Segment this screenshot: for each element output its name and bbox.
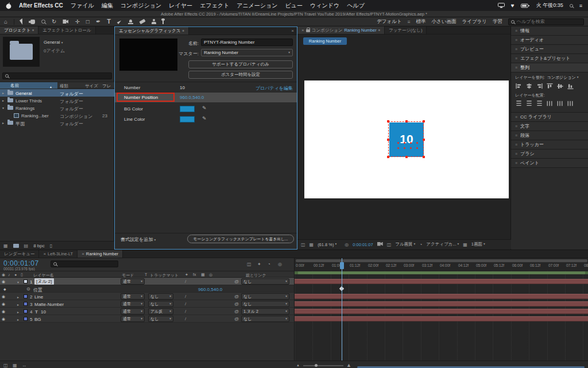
- layer-duration-bar[interactable]: [295, 316, 588, 321]
- panel-info[interactable]: ≡ 情報: [511, 26, 588, 36]
- visibility-toggle[interactable]: ◉: [2, 317, 5, 321]
- align-horizontal-center-icon[interactable]: [525, 83, 533, 90]
- show-channel-icon[interactable]: ▦: [310, 242, 314, 247]
- layer-name[interactable]: Matte-Number: [34, 302, 64, 307]
- quality-toggle[interactable]: /: [185, 309, 186, 314]
- display-icon[interactable]: [498, 3, 505, 8]
- comp-canvas[interactable]: 10: [304, 80, 509, 198]
- set-poster-time-button[interactable]: ポスター時間を設定: [188, 71, 293, 79]
- pen-tool-icon[interactable]: ✒: [96, 19, 100, 25]
- tab-essential-graphics[interactable]: エッセンシャルグラフィックス ≡: [115, 27, 189, 34]
- brush-tool-icon[interactable]: [117, 21, 122, 23]
- parent-pickwhip-icon[interactable]: @: [234, 309, 239, 314]
- column-size[interactable]: サイズ: [85, 83, 98, 89]
- quality-toggle[interactable]: /: [185, 279, 186, 284]
- layer-row-5[interactable]: ◉ ▸ 5 BG 通常▾ なし▾ / @ なし▾: [0, 315, 294, 323]
- bg-color-swatch[interactable]: [180, 106, 195, 112]
- notification-center-icon[interactable]: ≡: [579, 3, 582, 9]
- menu-window[interactable]: ウィンドウ: [310, 2, 339, 10]
- timeline-zoom-slider[interactable]: [303, 365, 343, 366]
- trash-icon[interactable]: ▯: [50, 243, 52, 248]
- panel-paragraph[interactable]: ≡ 段落: [511, 131, 588, 140]
- mask-visibility-icon[interactable]: ◎: [345, 242, 349, 247]
- quality-toggle[interactable]: /: [185, 294, 186, 299]
- blend-mode-dropdown[interactable]: 通常▾: [121, 301, 145, 307]
- track-matte-dropdown[interactable]: なし▾: [148, 316, 173, 322]
- item-name[interactable]: 平面: [16, 121, 25, 127]
- track-matte-dropdown[interactable]: なし▾: [148, 301, 173, 307]
- workspace-library[interactable]: ライブラリ: [462, 18, 488, 25]
- workspace-standard[interactable]: 標準: [416, 18, 426, 25]
- master-comp-dropdown[interactable]: Ranking Number▾: [201, 49, 293, 56]
- align-left-icon[interactable]: [515, 83, 523, 90]
- project-search-input[interactable]: [11, 74, 109, 79]
- property-row-line-color[interactable]: Line Color ✎: [115, 114, 297, 124]
- selection-handle[interactable]: [405, 120, 408, 122]
- eraser-tool-icon[interactable]: [140, 20, 145, 23]
- expand-layer-switches-icon[interactable]: ◫: [3, 363, 8, 368]
- zoom-tool-icon[interactable]: [41, 20, 45, 24]
- help-search[interactable]: [508, 18, 584, 25]
- column-type[interactable]: 種類: [60, 83, 68, 89]
- menu-help[interactable]: ヘルプ: [347, 2, 365, 10]
- project-row-rankings[interactable]: ▾ Rankings フォルダー: [0, 104, 114, 112]
- current-time-indicator[interactable]: [342, 258, 342, 361]
- clone-stamp-tool-icon[interactable]: [128, 20, 133, 24]
- parent-pickwhip-icon[interactable]: @: [234, 301, 239, 306]
- distribute-left-icon[interactable]: [546, 100, 554, 107]
- tab-composition[interactable]: × コンポジション Ranking Number ≡: [297, 26, 385, 34]
- twirl-icon[interactable]: ▸: [2, 121, 4, 125]
- menu-effect[interactable]: エフェクト: [200, 2, 229, 10]
- layer-row-3[interactable]: ◉ ▸ 3 Matte-Number 通常▾ なし▾ / @ なし▾: [0, 300, 294, 308]
- menu-app-name[interactable]: After Effects CC: [19, 2, 63, 9]
- motion-blur-icon[interactable]: ◎: [278, 262, 282, 267]
- new-folder-icon[interactable]: [13, 244, 19, 248]
- comp-breadcrumb[interactable]: Ranking Number: [303, 37, 347, 45]
- parent-dropdown[interactable]: 1.ヌル 2▾: [241, 308, 289, 315]
- layer-name[interactable]: 10: [41, 309, 46, 315]
- tab-comp-ranking-number[interactable]: × Ranking Number: [78, 250, 123, 258]
- workspace-learn[interactable]: 学習: [493, 18, 502, 25]
- tab-comp-left-3line[interactable]: × Left-3Line-LT: [39, 250, 78, 258]
- spotlight-icon[interactable]: [570, 4, 573, 7]
- path-point[interactable]: [416, 147, 418, 149]
- twirl-icon[interactable]: ▸: [17, 317, 19, 321]
- view-layout-dropdown[interactable]: 1画面▾: [471, 241, 485, 247]
- cti-head[interactable]: [340, 262, 344, 269]
- twirl-icon[interactable]: ▾: [2, 106, 4, 110]
- panel-menu-icon[interactable]: ≡: [32, 29, 34, 32]
- panel-align[interactable]: ≡ 整列: [511, 63, 588, 72]
- selection-handle[interactable]: [387, 156, 389, 158]
- path-point[interactable]: [410, 142, 412, 144]
- supported-properties-button[interactable]: サポートするプロパティのみ: [188, 60, 293, 68]
- distribute-right-icon[interactable]: [567, 100, 574, 107]
- fast-previews-icon[interactable]: ◔: [419, 242, 422, 247]
- visibility-toggle[interactable]: ◉: [2, 294, 5, 299]
- panel-brushes[interactable]: ≡ ブラシ: [511, 150, 588, 159]
- layer-duration-bar[interactable]: [295, 279, 588, 284]
- project-search[interactable]: [2, 72, 112, 79]
- panel-preview[interactable]: ≡ プレビュー: [511, 45, 588, 54]
- workspace-label[interactable]: デフォルト: [377, 18, 402, 25]
- pan-behind-tool-icon[interactable]: ✛: [75, 19, 79, 25]
- blend-mode-dropdown[interactable]: 通常▾: [121, 308, 145, 315]
- project-row-solids[interactable]: ▸ 平面 フォルダー: [0, 119, 114, 126]
- workspace-small-screen[interactable]: 小さい画面: [432, 18, 457, 25]
- selection-handle[interactable]: [387, 139, 389, 141]
- tab-effect-controls[interactable]: エフェクトコントロール: [38, 26, 95, 34]
- blend-mode-dropdown[interactable]: 通常▾: [121, 278, 145, 285]
- column-name[interactable]: 名前 ▲: [0, 82, 57, 89]
- panel-character[interactable]: ≡ 文字: [511, 122, 588, 131]
- eyedropper-icon[interactable]: ✎: [202, 105, 207, 111]
- tab-render-queue[interactable]: レンダーキュー: [0, 250, 39, 258]
- active-camera-dropdown[interactable]: アクティブカ...▾: [426, 241, 459, 247]
- blend-mode-dropdown[interactable]: 通常▾: [121, 316, 145, 322]
- rotate-tool-icon[interactable]: ↻: [52, 19, 56, 25]
- selection-handle[interactable]: [423, 120, 425, 122]
- menu-view[interactable]: ビュー: [285, 2, 303, 10]
- zoom-in-mountain-icon[interactable]: ▲: [346, 362, 351, 368]
- property-row-number[interactable]: Number 10 プロパティを編集: [115, 83, 297, 92]
- quality-toggle[interactable]: /: [185, 301, 186, 306]
- path-point[interactable]: [397, 142, 399, 144]
- camera-tool-icon[interactable]: [63, 20, 68, 24]
